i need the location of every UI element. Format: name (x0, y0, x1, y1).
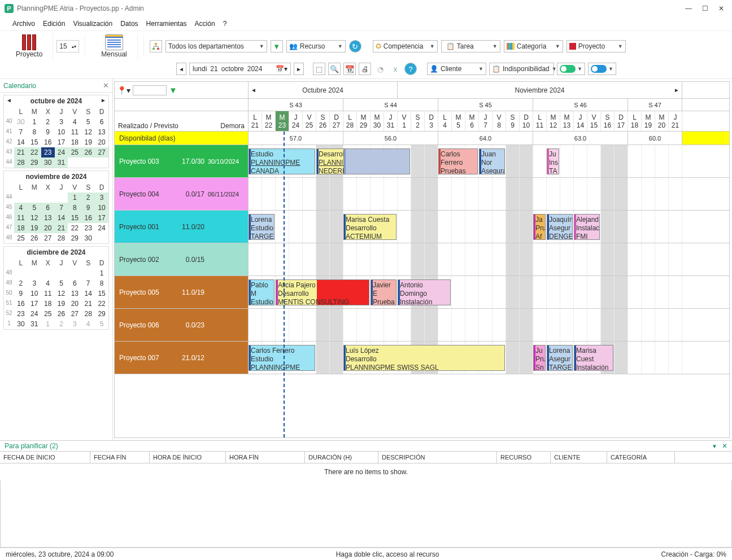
minical-day[interactable]: 18 (41, 299, 55, 309)
minical-day[interactable]: 25 (41, 309, 55, 319)
project-row[interactable]: Proyecto 00721.0/12Carlos FerreroEstudio… (115, 342, 729, 374)
next-button[interactable]: ► (294, 63, 304, 75)
menu-datos[interactable]: Datos (120, 20, 138, 28)
minical-day[interactable]: 4 (68, 117, 81, 127)
task-bar[interactable]: Pablo MEstudioJET INF (249, 279, 274, 305)
minical-day[interactable]: 1 (28, 117, 41, 127)
day-header[interactable]: M19 (642, 111, 655, 131)
minical-day[interactable] (68, 158, 81, 168)
schedule-icon[interactable]: 📆 (343, 63, 356, 75)
task-bar[interactable]: Carlos FerreroPruebasPLANNINGPME (438, 148, 478, 174)
minical-day[interactable] (81, 158, 95, 168)
scroll-left-icon[interactable]: ◄ (251, 87, 256, 93)
day-header[interactable]: M29 (357, 111, 371, 131)
day-header[interactable]: L11 (533, 111, 547, 131)
minical-day[interactable]: 23 (41, 147, 55, 158)
minical-day[interactable]: 4 (41, 278, 55, 288)
project-label[interactable]: Proyecto 0020.0/15 (115, 243, 249, 275)
help-icon[interactable]: ? (404, 63, 417, 75)
size-stepper[interactable]: 15 ▴▾ (56, 40, 79, 53)
minical-day[interactable]: 22 (68, 223, 81, 233)
minical-day[interactable]: 19 (28, 223, 41, 233)
minical-day[interactable]: 11 (14, 213, 28, 223)
toggle-2[interactable]: ▼ (588, 63, 616, 75)
date-picker[interactable]: lundi 21 octobre 2024 📅▾ (189, 63, 291, 75)
plan-col-header[interactable]: FECHA DE ÍNICIO (0, 452, 90, 463)
gantt-search-input[interactable] (133, 85, 167, 95)
minical-day[interactable]: 7 (55, 203, 68, 213)
minical-day[interactable]: 14 (14, 137, 28, 147)
minical-day[interactable]: 23 (14, 309, 28, 319)
piechart-icon[interactable]: ◔ (374, 63, 386, 75)
minical-day[interactable]: 21 (81, 299, 95, 309)
minical-day[interactable]: 29 (68, 233, 81, 243)
minical-day[interactable]: 4 (14, 203, 28, 213)
day-header[interactable]: L18 (628, 111, 642, 131)
minical-day[interactable]: 31 (55, 158, 68, 168)
day-header[interactable]: J24 (289, 111, 303, 131)
minical-day[interactable] (55, 193, 68, 203)
task-bar[interactable]: JuPruSn (533, 345, 546, 371)
plan-col-header[interactable]: HORA FÍN (226, 452, 305, 463)
minical-day[interactable] (14, 193, 28, 203)
department-combo[interactable]: Todos los departamentos▼ (165, 40, 267, 53)
minical-day[interactable]: 11 (68, 127, 81, 137)
minical-day[interactable]: 9 (41, 127, 55, 137)
task-bar[interactable]: Juan NorAseguraSnarr Tec (479, 148, 505, 174)
minical-day[interactable]: 20 (41, 223, 55, 233)
day-header[interactable]: M22 (262, 111, 276, 131)
plan-col-header[interactable]: RECURSO (497, 452, 551, 463)
minical-day[interactable] (95, 158, 108, 168)
minical-day[interactable]: 3 (28, 278, 41, 288)
plan-col-header[interactable]: DESCRIPCIÓN (378, 452, 497, 463)
minical-day[interactable]: 17 (28, 299, 41, 309)
minical-day[interactable]: 3 (55, 117, 68, 127)
minical-day[interactable]: 27 (41, 233, 55, 243)
project-label[interactable]: Proyecto 00317.0/3030/10/2024 (115, 145, 249, 177)
minical-day[interactable]: 1 (41, 319, 55, 329)
project-row[interactable]: Proyecto 00111.0/20LorenaEstudioTARGETMa… (115, 211, 729, 243)
minical-day[interactable]: 21 (55, 223, 68, 233)
print-icon[interactable]: 🖨 (359, 63, 371, 75)
minical-day[interactable]: 14 (81, 288, 95, 299)
plan-col-header[interactable]: CATEGORÍA (607, 452, 675, 463)
marquee-icon[interactable]: ⬚ (313, 63, 325, 75)
minical-day[interactable]: 30 (14, 117, 28, 127)
minical-day[interactable]: 25 (68, 147, 81, 158)
dimension-combo[interactable]: 👥 Recurso▼ (286, 40, 346, 53)
project-label[interactable]: Proyecto 0060.0/23 (115, 309, 249, 341)
minical-day[interactable]: 13 (95, 127, 108, 137)
day-header[interactable]: D10 (520, 111, 533, 131)
cliente-combo[interactable]: 👤 Cliente▼ (427, 63, 486, 75)
minical-day[interactable]: 31 (28, 319, 41, 329)
proyecto-button[interactable]: Proyecto (6, 33, 53, 59)
day-header[interactable]: J21 (669, 111, 682, 131)
menu-archivo[interactable]: Archivo (12, 20, 35, 28)
minical-day[interactable]: 5 (81, 117, 95, 127)
plan-col-header[interactable]: FECHA FÍN (90, 452, 150, 463)
minical-day[interactable]: 24 (55, 147, 68, 158)
minical-day[interactable]: 18 (68, 137, 81, 147)
minical-day[interactable] (14, 268, 28, 278)
sidebar-close-icon[interactable]: ✕ (103, 81, 109, 90)
minical-day[interactable]: 3 (95, 193, 108, 203)
minical-header[interactable]: octubre de 2024 (4, 95, 108, 107)
minical-day[interactable]: 22 (95, 299, 108, 309)
menu-?[interactable]: ? (223, 20, 227, 28)
minical-day[interactable]: 18 (14, 223, 28, 233)
close-icon[interactable]: ✕ (718, 5, 724, 12)
day-header[interactable]: M5 (452, 111, 465, 131)
task-bar[interactable]: Antonio DomingoInstalaciónPLANNINGPME CA… (398, 279, 451, 305)
minical-day[interactable]: 10 (95, 203, 108, 213)
project-label[interactable]: Proyecto 00511.0/19 (115, 276, 249, 308)
export-excel-icon[interactable]: x (389, 63, 402, 75)
minical-day[interactable]: 29 (28, 158, 41, 168)
project-row[interactable]: Proyecto 0060.0/23 (115, 309, 729, 342)
minical-day[interactable]: 25 (14, 233, 28, 243)
minical-day[interactable]: 5 (95, 319, 108, 329)
day-header[interactable]: D17 (615, 111, 628, 131)
day-header[interactable]: M6 (465, 111, 479, 131)
project-row[interactable]: Proyecto 00317.0/3030/10/2024EstudioPLAN… (115, 145, 729, 178)
toggle-1[interactable]: ▼ (557, 63, 585, 75)
filter-icon[interactable]: ▼ (271, 40, 283, 53)
